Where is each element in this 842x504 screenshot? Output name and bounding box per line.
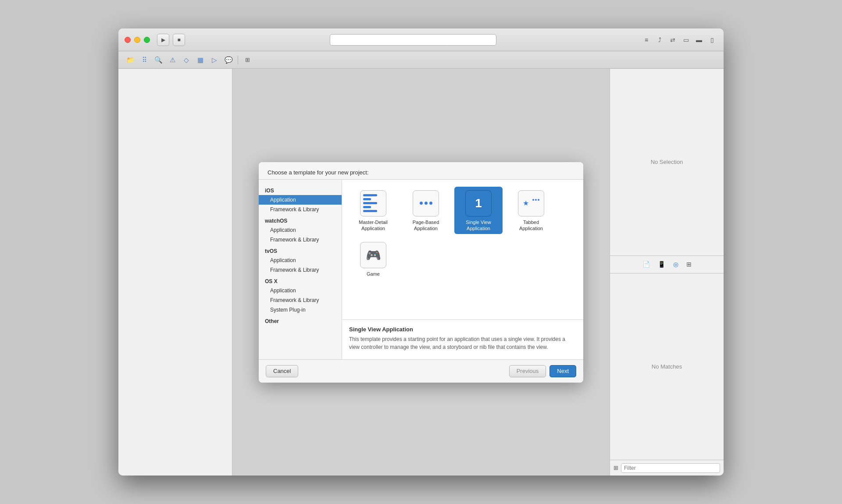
no-selection-label: No Selection <box>651 159 683 165</box>
dialog-sidebar: iOS Application Framework & Library watc… <box>259 180 342 359</box>
minimize-button[interactable] <box>134 37 140 43</box>
previous-button[interactable]: Previous <box>509 365 546 377</box>
folder-icon[interactable]: 📁 <box>125 54 136 66</box>
titlebar: ▶ ■ ≡ ⤴ ⇄ ▭ ▬ ▯ <box>118 28 724 51</box>
share-icon[interactable]: ⤴ <box>654 35 665 45</box>
hierarchy-icon[interactable]: ⠿ <box>139 54 150 66</box>
template-master-detail[interactable]: Master-DetailApplication <box>349 187 397 234</box>
icon-single-view-graphic: 1 <box>475 196 482 210</box>
toolbar-divider <box>238 56 238 64</box>
sidebar-section-ios[interactable]: iOS <box>259 184 342 195</box>
toolbar: 📁 ⠿ 🔍 ⚠ ◇ ▦ ▷ 💬 ⊞ <box>118 51 724 69</box>
dialog-description: Single View Application This template pr… <box>342 320 583 359</box>
dialog-overlay: Choose a template for your new project: … <box>232 69 610 476</box>
grid-icon[interactable]: ▦ <box>195 54 206 66</box>
rp-circle-icon[interactable]: ◎ <box>673 261 678 268</box>
filter-grid-icon[interactable]: ⊞ <box>614 465 618 471</box>
icon-game-graphic: 🎮 <box>366 248 381 263</box>
dialog-title: Choose a template for your new project: <box>259 162 583 180</box>
sidebar-item-tvos-application[interactable]: Application <box>259 256 342 265</box>
sidebar-item-watchos-framework[interactable]: Framework & Library <box>259 235 342 245</box>
titlebar-right: ≡ ⤴ ⇄ ▭ ▬ ▯ <box>641 35 717 45</box>
warning-icon[interactable]: ⚠ <box>167 54 178 66</box>
template-label-page-based: Page-BasedApplication <box>413 219 439 232</box>
right-panel-library: No Matches <box>610 273 724 460</box>
template-label-game: Game <box>367 271 380 277</box>
description-title: Single View Application <box>349 326 576 333</box>
dialog-title-text: Choose a template for your new project: <box>268 169 369 176</box>
icon-page-based-graphic <box>420 202 432 205</box>
footer-right-buttons: Previous Next <box>509 365 576 377</box>
icon-master-detail-graphic <box>360 192 386 215</box>
titlebar-center <box>185 34 641 46</box>
next-button[interactable]: Next <box>549 365 576 377</box>
search-toolbar-icon[interactable]: 🔍 <box>153 54 164 66</box>
no-matches-label: No Matches <box>652 363 682 370</box>
rp-phone-icon[interactable]: 📱 <box>658 261 665 268</box>
template-grid: Master-DetailApplication <box>342 180 583 320</box>
sidebar-section-osx[interactable]: OS X <box>259 275 342 286</box>
right-panel: No Selection 📄 📱 ◎ ⊞ No Matches ⊞ <box>610 69 724 476</box>
template-icon-tabbed: ★ <box>518 190 544 217</box>
cancel-button[interactable]: Cancel <box>266 365 298 377</box>
main-window: ▶ ■ ≡ ⤴ ⇄ ▭ ▬ ▯ 📁 ⠿ 🔍 ⚠ ◇ ▦ ▷ 💬 ⊞ <box>118 28 724 476</box>
dialog-body: iOS Application Framework & Library watc… <box>259 180 583 359</box>
stop-button[interactable]: ■ <box>173 34 185 46</box>
new-project-dialog: Choose a template for your new project: … <box>259 162 583 383</box>
back-forward-icon[interactable]: ⇄ <box>667 35 678 45</box>
template-tabbed[interactable]: ★ TabbedApplication <box>507 187 555 234</box>
template-game[interactable]: 🎮 Game <box>349 238 397 280</box>
sidebar-item-osx-plugin[interactable]: System Plug-in <box>259 305 342 315</box>
template-icon-page-based <box>413 190 439 217</box>
template-label-tabbed: TabbedApplication <box>519 219 543 232</box>
description-text: This template provides a starting point … <box>349 335 576 351</box>
sidebar-item-ios-application[interactable]: Application <box>259 195 342 205</box>
rp-file-icon[interactable]: 📄 <box>642 261 650 268</box>
sidebar-item-watchos-application[interactable]: Application <box>259 225 342 235</box>
sidebar-item-tvos-framework[interactable]: Framework & Library <box>259 265 342 275</box>
center-content: Choose a template for your new project: … <box>232 69 610 476</box>
titlebar-search <box>330 34 496 46</box>
template-label-master-detail: Master-DetailApplication <box>359 219 387 232</box>
left-sidebar <box>118 69 232 476</box>
panel-left-icon[interactable]: ▭ <box>681 35 691 45</box>
filter-input[interactable] <box>621 463 720 473</box>
dialog-footer: Cancel Previous Next <box>259 359 583 383</box>
right-panel-top: No Selection <box>610 69 724 256</box>
template-icon-game: 🎮 <box>360 242 386 268</box>
main-area: Choose a template for your new project: … <box>118 69 724 476</box>
traffic-lights <box>125 37 150 43</box>
template-single-view[interactable]: 1 Single ViewApplication <box>454 187 503 234</box>
arrow-icon[interactable]: ▷ <box>209 54 220 66</box>
titlebar-controls: ▶ ■ <box>157 34 185 46</box>
right-panel-icons-bar: 📄 📱 ◎ ⊞ <box>610 256 724 273</box>
dialog-main: Master-DetailApplication <box>342 180 583 359</box>
template-icon-master-detail <box>360 190 386 217</box>
template-label-single-view: Single ViewApplication <box>466 219 491 232</box>
rp-panel-icon[interactable]: ⊞ <box>686 261 692 268</box>
sidebar-section-watchos[interactable]: watchOS <box>259 214 342 225</box>
sidebar-item-osx-framework[interactable]: Framework & Library <box>259 295 342 305</box>
close-button[interactable] <box>125 37 131 43</box>
sidebar-section-other[interactable]: Other <box>259 315 342 326</box>
template-page-based[interactable]: Page-BasedApplication <box>402 187 450 234</box>
run-button[interactable]: ▶ <box>157 34 169 46</box>
lines-icon[interactable]: ≡ <box>641 35 652 45</box>
add-icon[interactable]: ⊞ <box>242 54 253 66</box>
sidebar-item-ios-framework[interactable]: Framework & Library <box>259 205 342 214</box>
right-panel-filter-bar: ⊞ <box>610 460 724 476</box>
chat-icon[interactable]: 💬 <box>223 54 234 66</box>
sidebar-item-osx-application[interactable]: Application <box>259 286 342 295</box>
panel-bottom-icon[interactable]: ▬ <box>694 35 704 45</box>
maximize-button[interactable] <box>144 37 150 43</box>
sidebar-section-tvos[interactable]: tvOS <box>259 245 342 256</box>
panel-right-icon[interactable]: ▯ <box>707 35 717 45</box>
template-icon-single-view: 1 <box>465 190 492 217</box>
diamond-icon[interactable]: ◇ <box>181 54 192 66</box>
icon-tabbed-graphic: ★ <box>523 199 539 207</box>
